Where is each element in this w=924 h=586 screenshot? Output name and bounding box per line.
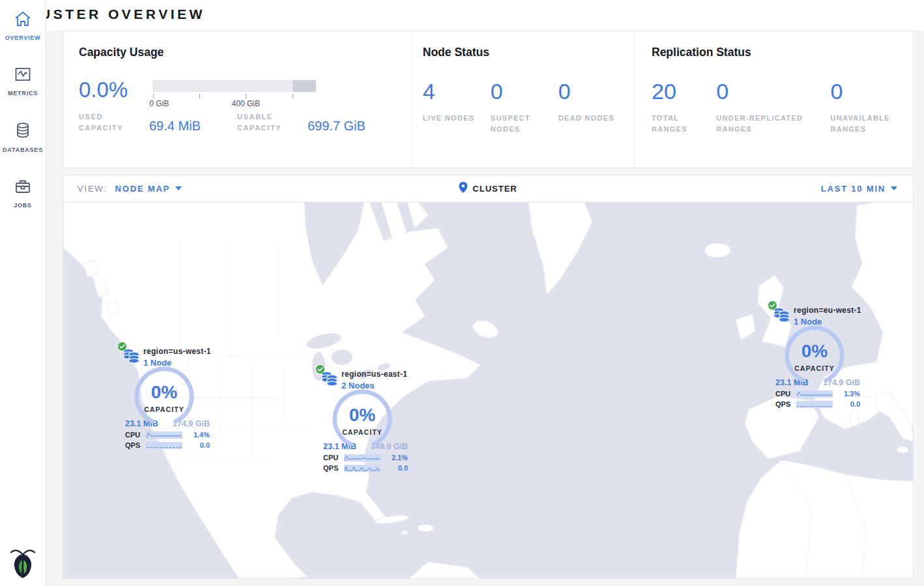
metrics-chart-icon — [14, 66, 32, 85]
gauge-percent: 0% — [133, 382, 195, 403]
cpu-label: CPU — [775, 390, 796, 398]
sidebar-item-label: JOBS — [14, 202, 32, 209]
cpu-value: 2.1% — [381, 454, 408, 461]
section-title: Replication Status — [652, 46, 913, 59]
qps-sparkline — [796, 401, 833, 408]
cpu-value: 1.4% — [182, 431, 210, 439]
locality-marker-us-east-1[interactable]: region=us-east-1 2 Nodes 0% CAPACITY 23.… — [317, 366, 416, 472]
axis-tick-label: 0 GiB — [149, 99, 169, 108]
home-icon — [14, 10, 32, 30]
usable-capacity-label: USABLE CAPACITY — [237, 111, 293, 134]
sidebar-item-overview[interactable]: OVERVIEW — [5, 10, 41, 41]
qps-label: QPS — [323, 464, 344, 472]
total-ranges-stat: 20 TOTAL RANGES — [652, 80, 716, 135]
node-map-panel: VIEW: NODE MAP CLUSTER LAST 10 MIN — [63, 175, 914, 579]
capacity-gauge: 0% CAPACITY — [133, 365, 195, 428]
cpu-value: 1.3% — [833, 390, 860, 398]
healthy-check-icon — [315, 364, 325, 377]
live-nodes-stat: 4 LIVE NODES — [423, 80, 491, 135]
locality-name: region=us-east-1 — [341, 370, 407, 379]
gauge-percent: 0% — [331, 405, 394, 426]
sidebar-item-label: DATABASES — [3, 147, 43, 153]
section-title: Capacity Usage — [79, 46, 412, 59]
gauge-label: CAPACITY — [133, 405, 195, 413]
chevron-down-icon — [175, 186, 182, 190]
capacity-percent: 0.0% — [79, 79, 128, 108]
cpu-sparkline — [344, 454, 381, 461]
breadcrumb-label: CLUSTER — [472, 184, 517, 194]
under-replicated-ranges-stat: 0 UNDER-REPLICATED RANGES — [716, 80, 830, 135]
usable-capacity-value: 699.7 GiB — [308, 119, 366, 134]
capacity-bar: 0 GiB 400 GiB — [152, 80, 316, 108]
map-toolbar: VIEW: NODE MAP CLUSTER LAST 10 MIN — [63, 175, 913, 202]
view-label: VIEW: — [78, 184, 108, 194]
breadcrumb[interactable]: CLUSTER — [459, 182, 517, 196]
qps-label: QPS — [125, 441, 146, 449]
cockroachdb-logo — [10, 547, 36, 581]
axis-tick-label: 400 GiB — [232, 99, 260, 108]
qps-sparkline — [146, 442, 182, 449]
qps-value: 0.0 — [833, 400, 860, 408]
sidebar-item-jobs[interactable]: JOBS — [14, 178, 32, 209]
sidebar-item-label: METRICS — [8, 90, 38, 96]
unavailable-ranges-stat: 0 UNAVAILABLE RANGES — [830, 80, 913, 135]
capacity-gauge: 0% CAPACITY — [783, 324, 846, 387]
qps-sparkline — [344, 465, 381, 472]
view-selector[interactable]: NODE MAP — [115, 184, 182, 194]
sidebar-item-label: OVERVIEW — [5, 35, 41, 41]
locality-name: region=eu-west-1 — [794, 306, 861, 315]
gauge-label: CAPACITY — [331, 428, 394, 436]
cpu-label: CPU — [323, 454, 344, 461]
healthy-check-icon — [768, 300, 777, 313]
locality-name: region=us-west-1 — [143, 347, 211, 356]
gauge-percent: 0% — [783, 341, 846, 362]
database-icon — [14, 121, 32, 142]
cpu-sparkline — [146, 432, 182, 439]
healthy-check-icon — [117, 342, 127, 354]
cpu-label: CPU — [125, 431, 146, 439]
qps-value: 0.0 — [381, 464, 408, 472]
locality-marker-us-west-1[interactable]: region=us-west-1 1 Node 0% CAPACITY 23.1… — [119, 343, 218, 449]
cluster-summary-panel: Capacity Usage 0.0% 0 GiB 400 GiB USE — [63, 31, 914, 168]
used-capacity-label: USED CAPACITY — [79, 111, 135, 134]
dead-nodes-stat: 0 DEAD NODES — [558, 80, 626, 135]
replication-status-section: Replication Status 20 TOTAL RANGES 0 UND… — [635, 31, 913, 168]
node-status-section: Node Status 4 LIVE NODES 0 SUSPECT NODES… — [412, 31, 635, 168]
chevron-down-icon — [891, 186, 897, 190]
capacity-gauge: 0% CAPACITY — [331, 388, 394, 450]
time-range-selector[interactable]: LAST 10 MIN — [821, 184, 913, 194]
world-map: region=us-west-1 1 Node 0% CAPACITY 23.1… — [63, 202, 913, 578]
suspect-nodes-stat: 0 SUSPECT NODES — [491, 80, 558, 135]
sidebar: OVERVIEW METRICS DATABASES — [0, 0, 46, 586]
capacity-usage-section: Capacity Usage 0.0% 0 GiB 400 GiB USE — [63, 31, 412, 168]
sidebar-item-databases[interactable]: DATABASES — [3, 121, 43, 153]
capacity-bar-other-segment — [293, 80, 316, 92]
gauge-label: CAPACITY — [783, 364, 846, 372]
cpu-sparkline — [796, 390, 833, 398]
section-title: Node Status — [423, 46, 634, 59]
qps-value: 0.0 — [182, 441, 210, 449]
capacity-axis: 0 GiB 400 GiB — [152, 92, 316, 108]
briefcase-icon — [14, 178, 32, 198]
sidebar-item-metrics[interactable]: METRICS — [8, 66, 38, 96]
location-pin-icon — [459, 182, 467, 196]
used-capacity-value: 69.4 MiB — [149, 119, 201, 134]
qps-label: QPS — [775, 400, 796, 408]
capacity-bar-usable-segment — [152, 80, 293, 92]
locality-marker-eu-west-1[interactable]: region=eu-west-1 1 Node 0% CAPACITY 23.1… — [769, 302, 868, 408]
